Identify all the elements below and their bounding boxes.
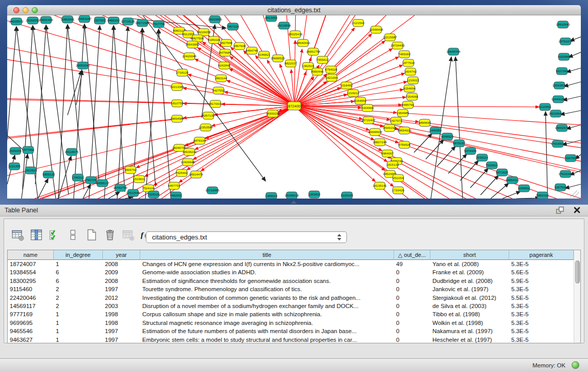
graph-edge-red[interactable]	[244, 51, 294, 106]
graph-node[interactable]: 9806762	[124, 166, 137, 173]
graph-node[interactable]: 9245652	[518, 185, 531, 192]
graph-node[interactable]: 1577994	[22, 146, 35, 154]
graph-node[interactable]: 16210643	[549, 110, 563, 117]
graph-edge-red[interactable]	[308, 15, 559, 66]
graph-node[interactable]: 10654112	[505, 177, 519, 184]
graph-node[interactable]: 9462001	[170, 192, 183, 199]
select-rows-button[interactable]	[46, 226, 63, 244]
graph-node[interactable]: 8878334	[193, 137, 206, 144]
graph-node[interactable]: 15720407	[361, 117, 376, 124]
network-window-titlebar[interactable]: citations_edges.txt	[7, 5, 581, 15]
graph-node[interactable]: 18300295	[266, 110, 280, 117]
graph-node[interactable]: 8813054	[265, 15, 278, 21]
graph-node[interactable]: 17010344	[558, 170, 573, 178]
graph-node[interactable]: 15692971	[555, 124, 569, 132]
graph-node[interactable]: 2526005	[9, 147, 22, 155]
graph-node[interactable]: 18325419	[288, 31, 302, 38]
graph-edge-black[interactable]	[564, 82, 581, 86]
graph-edge-red[interactable]	[396, 121, 581, 199]
graph-edge-black[interactable]	[46, 25, 69, 194]
graph-node[interactable]: 1384013	[265, 192, 278, 199]
graph-node[interactable]: 9474444	[464, 147, 477, 155]
graph-node[interactable]: 9756928	[398, 141, 411, 148]
graph-node[interactable]: 20053346	[76, 62, 90, 69]
graph-edge-red[interactable]	[294, 40, 295, 106]
graph-node[interactable]: 16543862	[185, 41, 200, 48]
graph-node[interactable]: 1877510	[402, 59, 415, 67]
graph-node[interactable]: 9154694	[403, 85, 416, 92]
graph-node[interactable]: 1746312	[72, 174, 84, 181]
graph-node[interactable]: 8822037	[285, 60, 297, 67]
graph-node[interactable]: 9154692	[354, 97, 367, 104]
graph-node[interactable]: 1815132	[386, 161, 399, 168]
graph-node[interactable]: 11548408	[369, 26, 383, 33]
graph-node[interactable]: 252254	[393, 174, 404, 182]
column-header-out_degree[interactable]: △ out_de...	[394, 250, 430, 260]
graph-node[interactable]: 19218596	[277, 22, 291, 29]
graph-node[interactable]: 16782759	[113, 184, 127, 191]
graph-node[interactable]: 1812923	[25, 167, 37, 174]
table-row[interactable]: 2242004622012Investigating the contribut…	[8, 294, 574, 302]
graph-hub-node[interactable]: 18724007	[286, 102, 302, 110]
network-canvas[interactable]: 8960123891295518226058982750816543862818…	[7, 15, 581, 199]
graph-node[interactable]: 20691406	[39, 16, 53, 24]
graph-node[interactable]: 7857224	[227, 23, 239, 30]
graph-node[interactable]: 15910543	[556, 21, 570, 28]
graph-node[interactable]: 24035572	[9, 18, 24, 25]
close-panel-icon[interactable]	[573, 206, 582, 215]
graph-node[interactable]: 19734493	[390, 42, 405, 49]
graph-node[interactable]: 17016504	[551, 140, 565, 147]
graph-edge-black[interactable]	[159, 29, 171, 199]
graph-edge-black[interactable]	[35, 25, 46, 184]
graph-edge-red[interactable]	[380, 142, 581, 199]
scrollbar-thumb[interactable]	[575, 260, 580, 283]
graph-node[interactable]: 2935114	[476, 154, 488, 161]
graph-node[interactable]: 8938923	[441, 133, 454, 140]
graph-edge-red[interactable]	[390, 174, 581, 199]
delete-button[interactable]	[101, 226, 119, 244]
float-panel-icon[interactable]	[556, 206, 564, 215]
graph-edge-red[interactable]	[398, 178, 581, 199]
graph-edge-red[interactable]	[229, 69, 294, 106]
graph-node[interactable]: 9899695	[419, 119, 431, 126]
graph-edge-black[interactable]	[565, 184, 581, 188]
graph-node[interactable]: 8454749	[246, 47, 258, 54]
graph-edge-black[interactable]	[569, 52, 581, 57]
graph-node[interactable]: 10688609	[368, 128, 382, 136]
graph-node[interactable]: 1954985	[397, 110, 409, 117]
graph-node[interactable]: 2718120	[176, 69, 189, 76]
graph-node[interactable]: 1283820	[308, 191, 321, 198]
graph-node[interactable]: 15751074	[558, 38, 573, 45]
graph-node[interactable]: 16033809	[208, 16, 222, 23]
graph-edge-black[interactable]	[567, 68, 581, 72]
graph-node[interactable]: 16648784	[446, 48, 461, 55]
graph-node[interactable]: 12353584	[199, 124, 213, 131]
table-vertical-scrollbar[interactable]	[574, 250, 580, 343]
graph-node[interactable]: 10719135	[121, 18, 135, 25]
graph-edge-red[interactable]	[201, 106, 294, 171]
graph-node[interactable]: 9850152	[536, 192, 549, 199]
graph-node[interactable]: 10653287	[77, 15, 92, 23]
graph-node[interactable]: 9329966	[558, 53, 571, 60]
graph-node[interactable]: 2803144	[215, 75, 228, 82]
graph-node[interactable]: 6794028	[325, 66, 338, 73]
table-row[interactable]: 969969511998Structural magnetic resonanc…	[8, 319, 574, 327]
graph-node[interactable]: 1621064	[325, 74, 338, 81]
graph-node[interactable]: 1016482	[340, 82, 353, 89]
graph-edge-black[interactable]	[460, 161, 478, 181]
graph-edge-black[interactable]	[503, 191, 520, 199]
graph-node[interactable]: 12213383	[170, 83, 184, 91]
table-row[interactable]: 1872400712008Changes of HCN gene express…	[8, 260, 574, 268]
graph-edge-black[interactable]	[23, 26, 33, 189]
graph-node[interactable]: 9227343	[556, 68, 569, 75]
table-settings-button[interactable]	[9, 226, 27, 244]
graph-node[interactable]: 2867608	[233, 42, 246, 50]
column-header-pagerank[interactable]: pagerank	[509, 250, 574, 260]
graph-node[interactable]: 1131355	[8, 163, 20, 170]
graph-node[interactable]: 15688520	[271, 55, 285, 62]
graph-edge-black[interactable]	[560, 111, 581, 115]
graph-node[interactable]: 7955812	[316, 56, 329, 63]
graph-node[interactable]: 14136141	[373, 182, 387, 189]
table-select-dropdown[interactable]: citations_edges.txt	[146, 231, 347, 243]
graph-node[interactable]: 19654923	[397, 127, 411, 134]
